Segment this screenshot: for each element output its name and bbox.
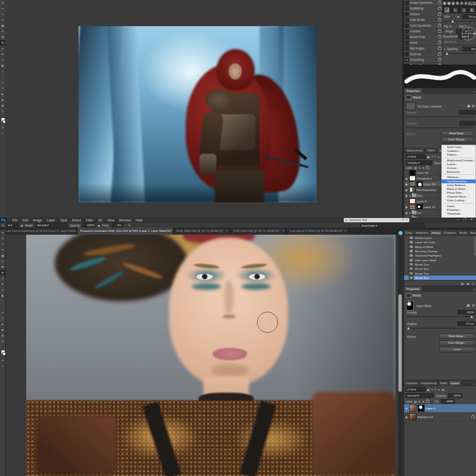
blend-mode-dropdown[interactable]: Normal ▾ — [406, 393, 434, 398]
opacity-value[interactable]: 100% — [82, 223, 96, 228]
tab-brush-preset[interactable]: Brush Preset — [469, 230, 476, 235]
density-slider[interactable] — [407, 117, 474, 117]
mask-edge-button[interactable]: Mask Edge... — [441, 131, 474, 136]
screen-mode-icon[interactable]: ◐ — [0, 130, 5, 136]
checkbox-icon[interactable]: ✓ — [405, 58, 409, 62]
notification-pill[interactable]: Selective Tool ▾ ✕ — [344, 218, 409, 222]
menu-view[interactable]: View — [105, 218, 117, 222]
shape-tool-icon[interactable]: ■ — [0, 327, 5, 333]
lock-icon[interactable] — [438, 13, 441, 16]
menu-filter[interactable]: Filter — [84, 218, 96, 222]
fill-value[interactable]: 100% — [441, 399, 455, 404]
close-tab-icon[interactable]: ✕ — [226, 229, 228, 232]
checkbox-icon[interactable] — [405, 7, 409, 10]
layer-mask-thumbnail[interactable] — [416, 204, 423, 209]
menu-item[interactable]: Curves... — [442, 166, 476, 170]
checkbox-icon[interactable] — [405, 41, 409, 45]
tab-properties[interactable]: Properties — [404, 89, 422, 93]
brush-tool-icon[interactable]: ✎ — [0, 270, 5, 276]
lock-all-icon[interactable] — [426, 167, 429, 169]
flip-x-checkbox[interactable]: Flip X — [444, 25, 451, 28]
invert-button[interactable]: Invert — [439, 347, 475, 352]
lock-icon[interactable] — [438, 53, 441, 56]
brush-option-row[interactable]: Noise — [404, 40, 442, 46]
tab-adjustments[interactable]: Adjustments — [419, 381, 438, 386]
move-tool-icon[interactable]: ✛ — [0, 230, 5, 236]
spacing-value[interactable]: 5% — [463, 47, 476, 51]
airbrush-icon[interactable]: ◔ — [125, 224, 127, 227]
doc-tab-2-active[interactable]: Frequency separation DAB_1111.CR2 @ 50% … — [78, 228, 173, 235]
background-color-swatch[interactable] — [2, 352, 6, 356]
eye-icon[interactable]: ◉ — [405, 194, 408, 197]
quick-mask-icon[interactable]: ▭ — [0, 357, 5, 363]
menu-item[interactable]: Invert — [442, 204, 476, 208]
menu-layer[interactable]: Layer — [44, 218, 58, 222]
eraser-tool-icon[interactable]: ▱ — [0, 57, 5, 63]
lock-position-icon[interactable]: ✛ — [422, 400, 425, 403]
history-state[interactable]: ✎Brush Tool — [404, 271, 476, 275]
layer-thumbnail[interactable] — [409, 198, 416, 204]
eye-icon[interactable]: ◉ — [405, 183, 408, 186]
eye-icon[interactable]: ◉ — [405, 211, 408, 214]
checkbox-icon[interactable] — [405, 35, 409, 39]
brush-option-row[interactable]: Wet Edges — [404, 46, 442, 51]
brush-angle-dial[interactable] — [462, 27, 476, 40]
doc-tab-5[interactable]: Cab valone 3 1985-2 @ 16.7% (RGB/16*)✕ — [288, 228, 350, 235]
tab-paths[interactable]: Paths — [438, 381, 449, 386]
menu-item[interactable]: Threshold... — [442, 212, 476, 216]
window-restore-button[interactable]: ❐ — [462, 218, 467, 221]
history-state[interactable]: ▤Layer Via Copy — [404, 240, 476, 244]
layer-row-background[interactable]: ◉ Background — [404, 413, 476, 421]
menu-item[interactable]: Vibrance... — [442, 175, 476, 179]
mode-dropdown[interactable]: Normal ▾ — [35, 223, 68, 228]
layer-thumbnail[interactable] — [409, 204, 416, 209]
brush-option-row[interactable]: Scattering — [404, 6, 442, 11]
flow-value[interactable]: 2% — [111, 223, 123, 228]
menu-item[interactable]: Channel Mixer... — [442, 195, 476, 198]
panel-menu-icon[interactable]: ≡ — [472, 383, 476, 386]
doc-tab-4[interactable]: DAB_0110.CR2 @ 16.7% (RGB/16) *✕ — [231, 228, 287, 235]
healing-tool-icon[interactable]: ✚ — [0, 34, 5, 40]
quick-select-tool-icon[interactable]: ✦ — [0, 247, 5, 253]
smoothing-icon[interactable]: ✎ — [128, 224, 130, 227]
feather-value[interactable]: 0.0 px — [457, 321, 476, 326]
blur-tool-icon[interactable]: ○ — [0, 69, 5, 74]
history-state[interactable]: ✎Brush Tool — [404, 267, 476, 271]
lock-icon[interactable] — [438, 59, 441, 61]
opacity-value[interactable]: 100% — [448, 393, 462, 398]
quick-select-tool-icon[interactable]: ✦ — [0, 17, 5, 23]
filter-shape-icon[interactable]: ▭ — [437, 155, 440, 159]
new-snapshot-icon[interactable]: ◉ — [466, 282, 469, 285]
history-brush-tool-icon[interactable]: ✒ — [0, 51, 5, 57]
lock-icon[interactable] — [438, 19, 441, 21]
add-vector-mask-icon[interactable]: ⧉ — [472, 304, 475, 307]
panel-menu-icon[interactable]: ≡ — [472, 288, 476, 291]
hand-tool-icon[interactable]: ✿ — [0, 333, 5, 338]
feather-slider-thumb[interactable] — [407, 327, 410, 329]
menu-type[interactable]: Type — [58, 218, 69, 222]
menu-3d[interactable]: 3D — [96, 218, 105, 222]
lock-position-icon[interactable]: ✛ — [422, 166, 425, 169]
mask-edge-button[interactable]: Mask Edge... — [439, 334, 475, 339]
canvas-area-bottom[interactable] — [5, 235, 403, 476]
checkbox-icon[interactable] — [405, 47, 409, 50]
history-brush-tool-icon[interactable]: ✒ — [0, 281, 5, 287]
feather-value-box[interactable] — [459, 121, 476, 126]
shape-tool-icon[interactable]: ■ — [0, 97, 5, 103]
spacing-checkbox[interactable]: ✓ Spacing — [444, 47, 458, 50]
lock-icon[interactable] — [438, 36, 441, 39]
close-tab-icon[interactable]: ✕ — [344, 229, 347, 232]
menu-item[interactable]: Posterize... — [442, 208, 476, 212]
history-state[interactable]: ✎Brush Tool — [404, 262, 476, 267]
filter-type-icon[interactable]: T — [434, 155, 436, 158]
history-state[interactable]: ▤Blending Change — [404, 249, 476, 253]
add-pixel-mask-icon[interactable]: ▣ — [466, 304, 470, 307]
brush-option-row[interactable]: Shape Dynamics — [404, 0, 442, 6]
canvas-scrollbar-thumb[interactable] — [398, 294, 402, 392]
menu-item[interactable]: Solid Color... — [442, 145, 476, 149]
checkbox-icon[interactable] — [405, 1, 409, 5]
brush-preset-picker[interactable]: ● ▾ — [6, 223, 19, 228]
kind-filter-dropdown[interactable]: ⍴ Kind — [406, 154, 426, 159]
window-minimize-button[interactable]: – — [455, 218, 461, 221]
mask-thumbnail[interactable] — [406, 102, 416, 110]
